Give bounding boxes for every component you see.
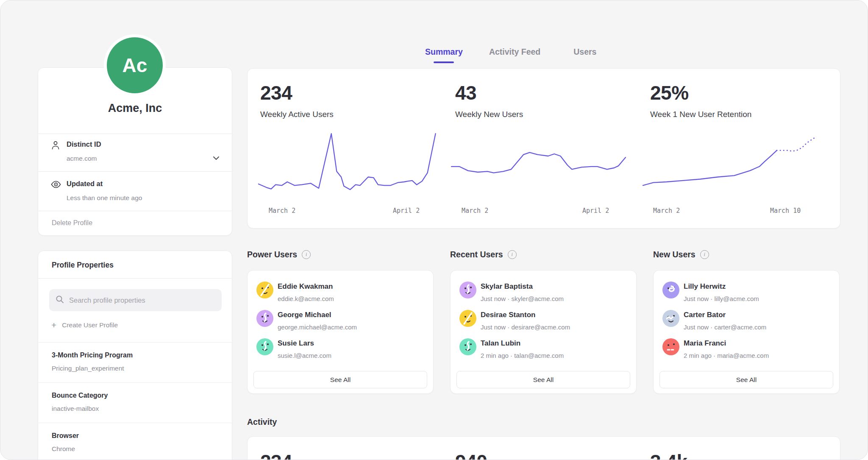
user-avatar [459, 310, 476, 327]
user-name: Lilly Herwitz [684, 282, 726, 291]
stat-label: Weekly New Users [455, 110, 523, 119]
user-detail: 2 min ago · talan@acme.com [481, 352, 564, 359]
user-avatar [256, 310, 273, 327]
activity-stat-value: 234 [260, 450, 292, 460]
user-avatar [256, 338, 273, 355]
stat-weekly-active-users: 234Weekly Active Users [260, 81, 334, 119]
x-axis-label: March 10 [770, 207, 801, 215]
tab-users[interactable]: Users [573, 47, 596, 57]
person-icon [50, 140, 61, 151]
summary-card: 234Weekly Active Users43Weekly New Users… [247, 68, 840, 229]
divider [38, 171, 232, 172]
see-all-button[interactable]: See All [456, 371, 630, 388]
app-frame: Ac Acme, Inc Distinct ID acme.com Update… [0, 0, 868, 460]
delete-profile-button[interactable]: Delete Profile [52, 219, 92, 227]
search-input[interactable] [68, 296, 215, 305]
profile-property-row[interactable]: Bounce Category inactive-mailbox [38, 382, 232, 423]
create-user-profile-button[interactable]: + Create User Profile [51, 321, 118, 329]
property-name: 3-Month Pricing Program [52, 351, 218, 359]
chevron-down-icon[interactable] [211, 155, 221, 162]
divider [38, 134, 232, 134]
user-avatar [459, 282, 476, 298]
activity-stat-value: 3.4k [650, 450, 687, 460]
user-name: Skylar Baptista [481, 282, 533, 291]
stat-label: Week 1 New User Retention [650, 110, 751, 119]
user-avatar [662, 310, 679, 327]
plus-icon: + [51, 321, 56, 329]
new-users-card: Lilly Herwitz Just now · lilly@acme.com … [653, 270, 840, 394]
tab-activity-feed[interactable]: Activity Feed [489, 47, 540, 57]
divider [38, 211, 232, 211]
search-icon [56, 295, 64, 305]
user-detail: Just now · desirare@acme.com [481, 323, 570, 331]
field-value-updated-at: Less than one minute ago [67, 194, 142, 202]
sparkline-weekly-new-users: March 2April 2 [451, 128, 627, 198]
active-tab-underline [434, 61, 454, 63]
activity-title: Activity [247, 417, 277, 427]
activity-stat-value: 940 [455, 450, 487, 460]
create-user-profile-label: Create User Profile [62, 321, 118, 329]
section-new-users: New Users i Lilly Herwitz Just now · lil… [653, 250, 840, 394]
x-axis-label: April 2 [393, 207, 420, 215]
user-detail: 2 min ago · maria@acme.com [684, 352, 769, 359]
profile-properties-list: 3-Month Pricing Program Pricing_plan_exp… [38, 342, 232, 460]
stat-value: 25% [650, 81, 751, 104]
user-detail: eddie.k@acme.com [278, 295, 334, 302]
property-name: Browser [52, 432, 218, 440]
eye-icon [50, 179, 61, 190]
property-name: Bounce Category [52, 392, 218, 399]
user-detail: susie.l@acme.com [278, 352, 331, 359]
profile-properties-title: Profile Properties [52, 261, 114, 270]
user-name: Susie Lars [278, 339, 314, 348]
activity-card: 2349403.4k [247, 436, 840, 460]
info-icon[interactable]: i [302, 250, 311, 259]
divider [38, 278, 232, 279]
section-recent-users: Recent Users i Skylar Baptista Just now … [450, 250, 637, 394]
x-axis-label: March 2 [269, 207, 295, 215]
section-title: Power Users [247, 250, 297, 259]
stat-value: 43 [455, 81, 523, 104]
field-label-distinct-id: Distinct ID [67, 140, 101, 148]
user-avatar [662, 338, 679, 355]
user-detail: Just now · lilly@acme.com [684, 295, 759, 302]
user-name: Desirae Stanton [481, 311, 535, 319]
sparkline-weekly-active-users: March 2April 2 [259, 128, 438, 198]
stat-label: Weekly Active Users [260, 110, 334, 119]
user-name: George Michael [278, 311, 331, 319]
user-detail: Just now · carter@acme.com [684, 323, 766, 331]
field-value-distinct-id: acme.com [67, 155, 97, 162]
x-axis-label: March 2 [653, 207, 680, 215]
section-power-users: Power Users i Eddie Kwakman eddie.k@acme… [247, 250, 434, 394]
user-avatar [459, 338, 476, 355]
stat-value: 234 [260, 81, 334, 104]
profile-properties-card: Profile Properties + Create User Profile… [38, 251, 232, 460]
profile-property-row[interactable]: 3-Month Pricing Program Pricing_plan_exp… [38, 342, 232, 382]
tab-summary[interactable]: Summary [425, 47, 463, 57]
company-avatar: Ac [107, 37, 163, 93]
info-icon[interactable]: i [508, 250, 517, 259]
profile-properties-search[interactable] [49, 289, 222, 311]
stat-weekly-new-users: 43Weekly New Users [455, 81, 523, 119]
company-name: Acme, Inc [38, 102, 232, 115]
section-title: Recent Users [450, 250, 503, 259]
user-name: Talan Lubin [481, 339, 520, 348]
recent-users-card: Skylar Baptista Just now · skyler@acme.c… [450, 270, 637, 394]
profile-property-row[interactable]: Browser Chrome [38, 423, 232, 460]
x-axis-label: April 2 [582, 207, 609, 215]
see-all-button[interactable]: See All [659, 371, 833, 388]
property-value: inactive-mailbox [52, 405, 218, 413]
stat-week-1-new-user-retention: 25%Week 1 New User Retention [650, 81, 751, 119]
user-detail: Just now · skyler@acme.com [481, 295, 564, 302]
user-avatar [662, 282, 679, 298]
sparkline-week-1-new-user-retention: March 2March 10 [643, 128, 817, 198]
section-title: New Users [653, 250, 696, 259]
profile-tabs: Summary Activity Feed Users [425, 47, 596, 57]
user-name: Maria Franci [684, 339, 726, 348]
user-detail: george.michael@acme.com [278, 323, 357, 331]
property-value: Chrome [52, 445, 218, 453]
see-all-button[interactable]: See All [253, 371, 427, 388]
info-icon[interactable]: i [700, 250, 709, 259]
user-name: Carter Bator [684, 311, 726, 319]
user-name: Eddie Kwakman [278, 282, 333, 291]
power-users-card: Eddie Kwakman eddie.k@acme.com George Mi… [247, 270, 434, 394]
